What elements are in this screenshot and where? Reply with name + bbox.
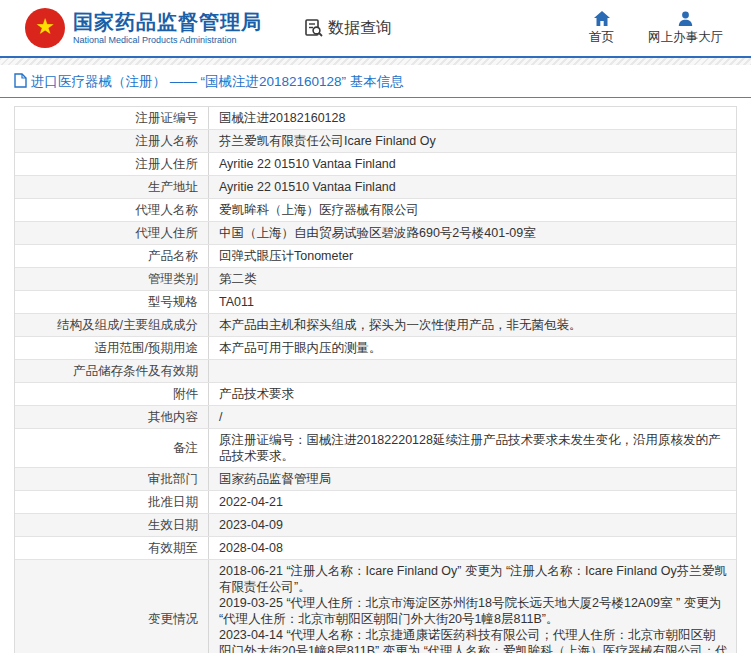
row-label-text: 结构及组成/主要组成成分	[57, 317, 198, 333]
table-row: 审批部门国家药品监督管理局	[15, 468, 736, 491]
info-table: 注册证编号国械注进20182160128注册人名称芬兰爱凯有限责任公司Icare…	[14, 106, 737, 653]
row-label-text: 有效期至	[148, 540, 198, 556]
breadcrumb-underline	[0, 97, 751, 98]
row-label-text: 审批部门	[148, 471, 198, 487]
row-value: 原注册证编号：国械注进20182220128延续注册产品技术要求未发生变化，沿用…	[209, 429, 736, 467]
row-label: 结构及组成/主要组成成分	[15, 314, 209, 336]
nav-home[interactable]: 首页	[589, 11, 614, 46]
row-label: 产品储存条件及有效期	[15, 360, 209, 382]
table-row: 变更情况2018-06-21 “注册人名称：Icare Finland Oy” …	[15, 560, 736, 653]
row-label: 注册人名称	[15, 130, 209, 152]
row-value: TA011	[209, 291, 736, 313]
table-row: 生产地址Ayritie 22 01510 Vantaa Finland	[15, 176, 736, 199]
table-row: 注册人名称芬兰爱凯有限责任公司Icare Finland Oy	[15, 130, 736, 153]
table-row: 批准日期2022-04-21	[15, 491, 736, 514]
table-row: 代理人名称爱凯眸科（上海）医疗器械有限公司	[15, 199, 736, 222]
row-label: 生效日期	[15, 514, 209, 536]
row-label-text: 附件	[173, 386, 198, 402]
table-row: 型号规格TA011	[15, 291, 736, 314]
row-value: 国械注进20182160128	[209, 107, 736, 129]
row-label: 管理类别	[15, 268, 209, 290]
row-label-text: 型号规格	[148, 294, 198, 310]
row-label: 有效期至	[15, 537, 209, 559]
table-row: 其他内容/	[15, 406, 736, 429]
table-row: 生效日期2023-04-09	[15, 514, 736, 537]
hatched-strip	[0, 58, 751, 65]
row-value: 回弹式眼压计Tonometer	[209, 245, 736, 267]
row-value: 2028-04-08	[209, 537, 736, 559]
nav-service-hall-label: 网上办事大厅	[648, 29, 723, 46]
table-row: 代理人住所中国（上海）自由贸易试验区碧波路690号2号楼401-09室	[15, 222, 736, 245]
row-value: 本产品可用于眼内压的测量。	[209, 337, 736, 359]
row-value: Ayritie 22 01510 Vantaa Finland	[209, 176, 736, 198]
header-nav: 首页 网上办事大厅	[589, 11, 723, 46]
row-label-text: 生产地址	[148, 179, 198, 195]
row-label: 代理人住所	[15, 222, 209, 244]
document-icon	[14, 73, 31, 91]
row-value: 爱凯眸科（上海）医疗器械有限公司	[209, 199, 736, 221]
row-label-text: 批准日期	[148, 494, 198, 510]
page: ★ 国家药品监督管理局 National Medical Products Ad…	[0, 0, 751, 653]
row-label-text: 生效日期	[148, 517, 198, 533]
table-row: 管理类别第二类	[15, 268, 736, 291]
site-title-block: 国家药品监督管理局 National Medical Products Admi…	[73, 11, 262, 45]
table-row: 产品储存条件及有效期	[15, 360, 736, 383]
row-label-text: 管理类别	[148, 271, 198, 287]
row-value: Ayritie 22 01510 Vantaa Finland	[209, 153, 736, 175]
row-label: 型号规格	[15, 291, 209, 313]
data-query-nav[interactable]: 数据查询	[304, 18, 392, 39]
row-label: 批准日期	[15, 491, 209, 513]
row-value: 产品技术要求	[209, 383, 736, 405]
table-row: 结构及组成/主要组成成分本产品由主机和探头组成，探头为一次性使用产品，非无菌包装…	[15, 314, 736, 337]
data-query-icon	[304, 18, 328, 38]
user-icon	[678, 11, 693, 26]
row-label-text: 代理人名称	[136, 202, 199, 218]
row-label: 注册证编号	[15, 107, 209, 129]
row-value: 第二类	[209, 268, 736, 290]
row-label: 其他内容	[15, 406, 209, 428]
row-value	[209, 360, 736, 382]
row-value: /	[209, 406, 736, 428]
row-label-text: 注册人住所	[136, 156, 199, 172]
row-label-text: 备注	[173, 440, 198, 456]
table-row: 附件产品技术要求	[15, 383, 736, 406]
breadcrumb-wrap: 进口医疗器械（注册） —— “国械注进20182160128” 基本信息	[0, 65, 751, 97]
data-query-label: 数据查询	[328, 18, 392, 39]
row-value: 2023-04-09	[209, 514, 736, 536]
row-label-text: 适用范围/预期用途	[95, 340, 198, 356]
row-label: 生产地址	[15, 176, 209, 198]
row-label: 变更情况	[15, 560, 209, 653]
row-value: 中国（上海）自由贸易试验区碧波路690号2号楼401-09室	[209, 222, 736, 244]
row-value: 2022-04-21	[209, 491, 736, 513]
row-label: 代理人名称	[15, 199, 209, 221]
nav-service-hall[interactable]: 网上办事大厅	[648, 11, 723, 46]
page-title: 进口医疗器械（注册） —— “国械注进20182160128” 基本信息	[31, 73, 404, 91]
site-header: ★ 国家药品监督管理局 National Medical Products Ad…	[0, 0, 751, 56]
row-label: 产品名称	[15, 245, 209, 267]
breadcrumb: 进口医疗器械（注册） —— “国械注进20182160128” 基本信息	[14, 73, 751, 91]
row-label-text: 其他内容	[148, 409, 198, 425]
site-title: 国家药品监督管理局	[73, 11, 262, 33]
table-row: 适用范围/预期用途本产品可用于眼内压的测量。	[15, 337, 736, 360]
row-label: 注册人住所	[15, 153, 209, 175]
national-emblem-logo: ★	[25, 8, 65, 48]
row-value: 本产品由主机和探头组成，探头为一次性使用产品，非无菌包装。	[209, 314, 736, 336]
table-row: 注册人住所Ayritie 22 01510 Vantaa Finland	[15, 153, 736, 176]
site-subtitle: National Medical Products Administration	[73, 35, 262, 45]
row-label: 备注	[15, 429, 209, 467]
row-label-text: 注册人名称	[136, 133, 199, 149]
row-label: 附件	[15, 383, 209, 405]
row-label-text: 变更情况	[148, 611, 198, 627]
row-label: 适用范围/预期用途	[15, 337, 209, 359]
row-label-text: 注册证编号	[136, 110, 199, 126]
row-label-text: 产品名称	[148, 248, 198, 264]
nav-home-label: 首页	[589, 29, 614, 46]
row-label: 审批部门	[15, 468, 209, 490]
table-row: 产品名称回弹式眼压计Tonometer	[15, 245, 736, 268]
row-label-text: 产品储存条件及有效期	[73, 363, 198, 379]
home-icon	[594, 11, 610, 26]
row-label-text: 代理人住所	[136, 225, 199, 241]
table-row: 注册证编号国械注进20182160128	[15, 107, 736, 130]
table-row: 备注原注册证编号：国械注进20182220128延续注册产品技术要求未发生变化，…	[15, 429, 736, 468]
row-value: 2018-06-21 “注册人名称：Icare Finland Oy” 变更为 …	[209, 560, 736, 653]
